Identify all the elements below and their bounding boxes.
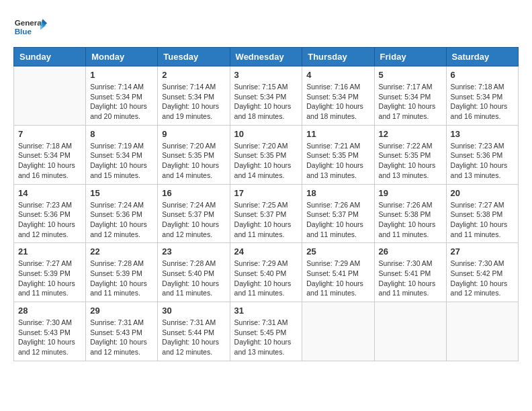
day-number: 28 (18, 306, 81, 316)
day-info: Sunrise: 7:30 AMSunset: 5:42 PMDaylight:… (451, 259, 514, 298)
day-info: Sunrise: 7:27 AMSunset: 5:38 PMDaylight:… (451, 200, 514, 240)
day-info: Sunrise: 7:23 AMSunset: 5:36 PMDaylight:… (451, 141, 514, 181)
day-info: Sunrise: 7:18 AMSunset: 5:34 PMDaylight:… (451, 82, 514, 122)
calendar-cell: 19Sunrise: 7:26 AMSunset: 5:38 PMDayligh… (374, 184, 446, 243)
day-number: 8 (90, 129, 153, 139)
weekday-header-row: SundayMondayTuesdayWednesdayThursdayFrid… (14, 48, 519, 66)
day-number: 7 (18, 129, 81, 139)
day-number: 19 (379, 188, 442, 198)
calendar-week-row: 7Sunrise: 7:18 AMSunset: 5:34 PMDaylight… (14, 125, 519, 184)
day-number: 2 (162, 70, 225, 80)
day-info: Sunrise: 7:26 AMSunset: 5:38 PMDaylight:… (379, 200, 442, 240)
calendar-cell: 10Sunrise: 7:20 AMSunset: 5:35 PMDayligh… (230, 125, 302, 184)
calendar-cell: 24Sunrise: 7:29 AMSunset: 5:40 PMDayligh… (230, 243, 302, 302)
header: General Blue (13, 13, 519, 40)
svg-text:General: General (15, 18, 44, 27)
day-info: Sunrise: 7:20 AMSunset: 5:35 PMDaylight:… (234, 141, 298, 181)
weekday-header: Wednesday (230, 48, 302, 66)
day-number: 17 (234, 188, 298, 198)
calendar-table: SundayMondayTuesdayWednesdayThursdayFrid… (13, 47, 519, 361)
weekday-header: Tuesday (158, 48, 230, 66)
weekday-header: Friday (374, 48, 446, 66)
day-number: 9 (162, 129, 225, 139)
day-number: 5 (379, 70, 442, 80)
day-number: 12 (379, 129, 442, 139)
day-number: 11 (306, 129, 369, 139)
calendar-cell: 7Sunrise: 7:18 AMSunset: 5:34 PMDaylight… (14, 125, 86, 184)
logo-icon: General Blue (13, 13, 47, 40)
calendar-cell: 29Sunrise: 7:31 AMSunset: 5:43 PMDayligh… (86, 302, 158, 361)
calendar-cell: 20Sunrise: 7:27 AMSunset: 5:38 PMDayligh… (446, 184, 518, 243)
day-number: 1 (90, 70, 153, 80)
day-info: Sunrise: 7:25 AMSunset: 5:37 PMDaylight:… (234, 200, 298, 240)
calendar-cell: 4Sunrise: 7:16 AMSunset: 5:34 PMDaylight… (302, 66, 374, 126)
day-info: Sunrise: 7:16 AMSunset: 5:34 PMDaylight:… (306, 82, 369, 122)
day-info: Sunrise: 7:31 AMSunset: 5:44 PMDaylight:… (162, 318, 225, 357)
day-info: Sunrise: 7:17 AMSunset: 5:34 PMDaylight:… (379, 82, 442, 122)
day-info: Sunrise: 7:31 AMSunset: 5:43 PMDaylight:… (90, 318, 153, 357)
calendar-cell: 5Sunrise: 7:17 AMSunset: 5:34 PMDaylight… (374, 66, 446, 126)
calendar-cell: 3Sunrise: 7:15 AMSunset: 5:34 PMDaylight… (230, 66, 302, 126)
calendar-cell: 1Sunrise: 7:14 AMSunset: 5:34 PMDaylight… (86, 66, 158, 126)
day-info: Sunrise: 7:23 AMSunset: 5:36 PMDaylight:… (18, 200, 81, 240)
calendar-cell: 12Sunrise: 7:22 AMSunset: 5:35 PMDayligh… (374, 125, 446, 184)
day-number: 30 (162, 306, 225, 316)
calendar-cell: 28Sunrise: 7:30 AMSunset: 5:43 PMDayligh… (14, 302, 86, 361)
day-number: 16 (162, 188, 225, 198)
calendar-week-row: 14Sunrise: 7:23 AMSunset: 5:36 PMDayligh… (14, 184, 519, 243)
day-info: Sunrise: 7:29 AMSunset: 5:41 PMDaylight:… (306, 259, 369, 298)
day-number: 6 (451, 70, 514, 80)
calendar-cell: 11Sunrise: 7:21 AMSunset: 5:35 PMDayligh… (302, 125, 374, 184)
day-number: 18 (306, 188, 369, 198)
day-info: Sunrise: 7:30 AMSunset: 5:43 PMDaylight:… (18, 318, 81, 357)
calendar-week-row: 28Sunrise: 7:30 AMSunset: 5:43 PMDayligh… (14, 302, 519, 361)
weekday-header: Saturday (446, 48, 518, 66)
svg-text:Blue: Blue (15, 27, 32, 36)
day-info: Sunrise: 7:28 AMSunset: 5:39 PMDaylight:… (90, 259, 153, 298)
calendar-cell: 21Sunrise: 7:27 AMSunset: 5:39 PMDayligh… (14, 243, 86, 302)
day-info: Sunrise: 7:18 AMSunset: 5:34 PMDaylight:… (18, 141, 81, 181)
calendar-cell: 30Sunrise: 7:31 AMSunset: 5:44 PMDayligh… (158, 302, 230, 361)
day-number: 27 (451, 246, 514, 257)
calendar-cell: 22Sunrise: 7:28 AMSunset: 5:39 PMDayligh… (86, 243, 158, 302)
day-number: 4 (306, 70, 369, 80)
day-info: Sunrise: 7:20 AMSunset: 5:35 PMDaylight:… (162, 141, 225, 181)
calendar-cell (14, 66, 86, 126)
day-info: Sunrise: 7:14 AMSunset: 5:34 PMDaylight:… (162, 82, 225, 122)
day-info: Sunrise: 7:15 AMSunset: 5:34 PMDaylight:… (234, 82, 298, 122)
day-info: Sunrise: 7:21 AMSunset: 5:35 PMDaylight:… (306, 141, 369, 181)
day-info: Sunrise: 7:26 AMSunset: 5:37 PMDaylight:… (306, 200, 369, 240)
day-info: Sunrise: 7:31 AMSunset: 5:45 PMDaylight:… (234, 318, 298, 357)
day-number: 24 (234, 246, 298, 257)
calendar-week-row: 21Sunrise: 7:27 AMSunset: 5:39 PMDayligh… (14, 243, 519, 302)
calendar-cell: 15Sunrise: 7:24 AMSunset: 5:36 PMDayligh… (86, 184, 158, 243)
calendar-cell: 18Sunrise: 7:26 AMSunset: 5:37 PMDayligh… (302, 184, 374, 243)
day-number: 31 (234, 306, 298, 316)
day-number: 15 (90, 188, 153, 198)
calendar-cell: 2Sunrise: 7:14 AMSunset: 5:34 PMDaylight… (158, 66, 230, 126)
day-info: Sunrise: 7:19 AMSunset: 5:34 PMDaylight:… (90, 141, 153, 181)
day-number: 10 (234, 129, 298, 139)
calendar-cell: 27Sunrise: 7:30 AMSunset: 5:42 PMDayligh… (446, 243, 518, 302)
day-info: Sunrise: 7:14 AMSunset: 5:34 PMDaylight:… (90, 82, 153, 122)
calendar-cell: 6Sunrise: 7:18 AMSunset: 5:34 PMDaylight… (446, 66, 518, 126)
calendar-cell: 13Sunrise: 7:23 AMSunset: 5:36 PMDayligh… (446, 125, 518, 184)
calendar-cell: 17Sunrise: 7:25 AMSunset: 5:37 PMDayligh… (230, 184, 302, 243)
calendar-cell (374, 302, 446, 361)
day-number: 3 (234, 70, 298, 80)
day-number: 22 (90, 246, 153, 257)
day-number: 14 (18, 188, 81, 198)
calendar-cell: 14Sunrise: 7:23 AMSunset: 5:36 PMDayligh… (14, 184, 86, 243)
logo: General Blue (13, 13, 47, 40)
calendar-cell: 9Sunrise: 7:20 AMSunset: 5:35 PMDaylight… (158, 125, 230, 184)
day-number: 23 (162, 246, 225, 257)
calendar-cell: 8Sunrise: 7:19 AMSunset: 5:34 PMDaylight… (86, 125, 158, 184)
day-info: Sunrise: 7:24 AMSunset: 5:36 PMDaylight:… (90, 200, 153, 240)
calendar-cell: 16Sunrise: 7:24 AMSunset: 5:37 PMDayligh… (158, 184, 230, 243)
day-number: 29 (90, 306, 153, 316)
calendar-cell: 26Sunrise: 7:30 AMSunset: 5:41 PMDayligh… (374, 243, 446, 302)
calendar-cell: 31Sunrise: 7:31 AMSunset: 5:45 PMDayligh… (230, 302, 302, 361)
calendar-cell (302, 302, 374, 361)
day-number: 20 (451, 188, 514, 198)
day-info: Sunrise: 7:22 AMSunset: 5:35 PMDaylight:… (379, 141, 442, 181)
